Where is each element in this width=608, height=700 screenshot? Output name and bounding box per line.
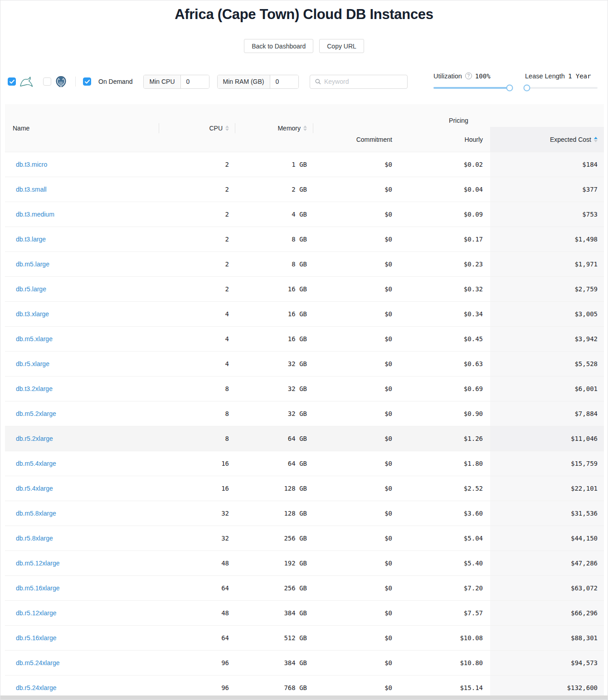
instance-link[interactable]: db.m5.2xlarge xyxy=(16,410,56,417)
column-header-memory[interactable]: Memory xyxy=(235,104,313,152)
table-row[interactable]: db.r5.large 2 16 GB $0 $0.32 $2,759 xyxy=(5,276,604,301)
expected-cost-cell: $1,498 xyxy=(490,227,604,251)
table-row[interactable]: db.r5.2xlarge 8 64 GB $0 $1.26 $11,046 xyxy=(5,426,604,451)
cpu-cell: 2 xyxy=(159,202,235,227)
on-demand-checkbox[interactable] xyxy=(83,77,91,86)
expected-cost-cell: $3,942 xyxy=(490,327,604,351)
instance-link[interactable]: db.r5.24xlarge xyxy=(16,684,57,691)
memory-cell: 8 GB xyxy=(235,252,313,276)
table-row[interactable]: db.r5.4xlarge 16 128 GB $0 $2.52 $22,101 xyxy=(5,476,604,501)
hourly-cell: $2.52 xyxy=(399,476,490,501)
expected-cost-cell: $184 xyxy=(490,152,604,177)
table-row[interactable]: db.m5.4xlarge 16 64 GB $0 $1.80 $15,759 xyxy=(5,451,604,476)
instance-link[interactable]: db.r5.2xlarge xyxy=(16,435,53,442)
hourly-cell: $0.45 xyxy=(399,327,490,351)
table-row[interactable]: db.t3.small 2 2 GB $0 $0.04 $377 xyxy=(5,177,604,202)
memory-cell: 256 GB xyxy=(235,526,313,550)
commitment-cell: $0 xyxy=(313,451,399,476)
table-row[interactable]: db.m5.12xlarge 48 192 GB $0 $5.40 $47,28… xyxy=(5,550,604,575)
table-row[interactable]: db.r5.xlarge 4 32 GB $0 $0.63 $5,528 xyxy=(5,351,604,376)
commitment-cell: $0 xyxy=(313,352,399,376)
mysql-filter[interactable] xyxy=(8,76,34,87)
table-row[interactable]: db.t3.xlarge 4 16 GB $0 $0.34 $3,005 xyxy=(5,301,604,326)
hourly-cell: $7.57 xyxy=(399,601,490,625)
table-row[interactable]: db.t3.large 2 8 GB $0 $0.17 $1,498 xyxy=(5,227,604,251)
cpu-cell: 16 xyxy=(159,451,235,476)
instance-link[interactable]: db.t3.large xyxy=(16,236,46,243)
instance-link[interactable]: db.t3.small xyxy=(16,186,47,193)
instance-link[interactable]: db.r5.8xlarge xyxy=(16,535,53,542)
cpu-cell: 2 xyxy=(159,227,235,251)
on-demand-filter[interactable]: On Demand xyxy=(83,77,132,86)
min-ram-input[interactable] xyxy=(270,75,298,88)
commitment-cell: $0 xyxy=(313,152,399,177)
instance-name-cell: db.t3.xlarge xyxy=(5,302,159,326)
column-header-hourly: Hourly xyxy=(399,127,490,152)
instance-link[interactable]: db.t3.2xlarge xyxy=(16,385,53,392)
instance-link[interactable]: db.m5.16xlarge xyxy=(16,584,60,592)
table-row[interactable]: db.t3.micro 2 1 GB $0 $0.02 $184 xyxy=(5,152,604,177)
back-to-dashboard-button[interactable]: Back to Dashboard xyxy=(244,39,313,53)
instance-link[interactable]: db.m5.24xlarge xyxy=(16,659,60,666)
memory-cell: 32 GB xyxy=(235,352,313,376)
instance-link[interactable]: db.r5.4xlarge xyxy=(16,485,53,492)
postgres-filter[interactable] xyxy=(43,76,67,88)
table-row[interactable]: db.m5.xlarge 4 16 GB $0 $0.45 $3,942 xyxy=(5,326,604,351)
min-cpu-group: Min CPU xyxy=(143,75,209,89)
table-row[interactable]: db.m5.large 2 8 GB $0 $0.23 $1,971 xyxy=(5,251,604,276)
keyword-input[interactable] xyxy=(324,78,402,85)
page-title: Africa (Cape Town) Cloud DB Instances xyxy=(0,6,608,23)
instance-name-cell: db.m5.large xyxy=(5,252,159,276)
lease-length-slider[interactable] xyxy=(525,85,598,91)
instance-link[interactable]: db.t3.micro xyxy=(16,161,47,168)
instance-link[interactable]: db.r5.16xlarge xyxy=(16,634,57,642)
instance-name-cell: db.t3.2xlarge xyxy=(5,377,159,401)
min-cpu-input[interactable] xyxy=(181,75,209,88)
instance-link[interactable]: db.m5.12xlarge xyxy=(16,560,60,567)
instance-link[interactable]: db.r5.xlarge xyxy=(16,360,49,367)
table-row[interactable]: db.m5.24xlarge 96 384 GB $0 $10.80 $94,5… xyxy=(5,650,604,675)
instance-link[interactable]: db.t3.medium xyxy=(16,211,54,218)
mysql-checkbox[interactable] xyxy=(8,77,16,86)
expected-cost-cell: $47,286 xyxy=(490,551,604,575)
table-row[interactable]: db.m5.2xlarge 8 32 GB $0 $0.90 $7,884 xyxy=(5,401,604,426)
instance-link[interactable]: db.m5.8xlarge xyxy=(16,510,56,517)
column-header-expected-cost[interactable]: Expected Cost xyxy=(490,127,604,152)
expected-cost-cell: $753 xyxy=(490,202,604,227)
instance-link[interactable]: db.r5.12xlarge xyxy=(16,609,57,617)
memory-cell: 128 GB xyxy=(235,501,313,526)
postgres-checkbox[interactable] xyxy=(43,77,51,86)
utilization-slider[interactable] xyxy=(433,85,510,91)
table-row[interactable]: db.m5.8xlarge 32 128 GB $0 $3.60 $31,536 xyxy=(5,501,604,526)
instance-link[interactable]: db.t3.xlarge xyxy=(16,310,49,318)
utilization-slider-handle[interactable] xyxy=(506,84,513,91)
hourly-cell: $0.34 xyxy=(399,302,490,326)
help-icon[interactable]: ? xyxy=(465,72,472,79)
bottom-scrollbar[interactable] xyxy=(0,695,608,700)
postgres-elephant-icon xyxy=(55,76,67,88)
table-row[interactable]: db.t3.medium 2 4 GB $0 $0.09 $753 xyxy=(5,202,604,227)
instance-name-cell: db.t3.small xyxy=(5,177,159,202)
cpu-cell: 8 xyxy=(159,401,235,426)
copy-url-button[interactable]: Copy URL xyxy=(319,39,364,53)
sort-icon-cpu xyxy=(225,126,229,131)
expected-cost-cell: $63,072 xyxy=(490,576,604,600)
instance-link[interactable]: db.m5.4xlarge xyxy=(16,460,56,467)
table-row[interactable]: db.r5.12xlarge 48 384 GB $0 $7.57 $66,29… xyxy=(5,600,604,625)
table-row[interactable]: db.m5.16xlarge 64 256 GB $0 $7.20 $63,07… xyxy=(5,575,604,600)
keyword-search[interactable] xyxy=(310,75,408,89)
check-icon xyxy=(85,80,90,84)
hourly-cell: $10.08 xyxy=(399,626,490,650)
instance-name-cell: db.r5.12xlarge xyxy=(5,601,159,625)
table-row[interactable]: db.r5.8xlarge 32 256 GB $0 $5.04 $44,150 xyxy=(5,526,604,550)
column-header-cpu[interactable]: CPU xyxy=(159,104,235,152)
instance-link[interactable]: db.m5.large xyxy=(16,261,49,268)
instance-link[interactable]: db.m5.xlarge xyxy=(16,335,53,343)
table-row[interactable]: db.r5.16xlarge 64 512 GB $0 $10.08 $88,3… xyxy=(5,625,604,650)
cpu-cell: 4 xyxy=(159,352,235,376)
instance-link[interactable]: db.r5.large xyxy=(16,285,46,293)
memory-cell: 1 GB xyxy=(235,152,313,177)
commitment-cell: $0 xyxy=(313,501,399,526)
lease-length-slider-handle[interactable] xyxy=(524,84,530,91)
table-row[interactable]: db.t3.2xlarge 8 32 GB $0 $0.69 $6,001 xyxy=(5,376,604,401)
